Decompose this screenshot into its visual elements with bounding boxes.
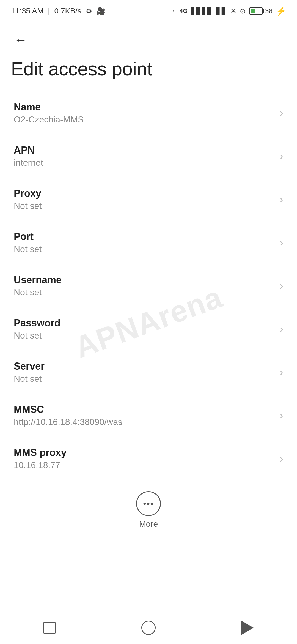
settings-item-password-label: Password bbox=[14, 317, 274, 329]
settings-item-server[interactable]: Server Not set › bbox=[0, 351, 297, 394]
settings-item-mmsc-content: MMSC http://10.16.18.4:38090/was bbox=[14, 404, 274, 427]
settings-item-proxy-value: Not set bbox=[14, 201, 274, 211]
settings-item-proxy-chevron: › bbox=[280, 193, 283, 206]
settings-item-username-content: Username Not set bbox=[14, 274, 274, 298]
settings-item-mms-proxy-value: 10.16.18.77 bbox=[14, 460, 274, 470]
settings-item-name-value: O2-Czechia-MMS bbox=[14, 114, 274, 125]
settings-item-mmsc-chevron: › bbox=[280, 409, 283, 422]
settings-item-server-chevron: › bbox=[280, 366, 283, 378]
nav-home-button[interactable] bbox=[132, 617, 165, 639]
settings-item-port-value: Not set bbox=[14, 244, 274, 254]
bluetooth-icon: ⌖ bbox=[172, 7, 176, 15]
more-dots-icon: ••• bbox=[143, 499, 154, 508]
settings-item-mms-proxy[interactable]: MMS proxy 10.16.18.77 › bbox=[0, 437, 297, 480]
signal-bars2-icon: ▋▋ bbox=[216, 7, 227, 15]
page-title: Edit access point bbox=[0, 52, 297, 91]
back-arrow-icon: ← bbox=[14, 33, 27, 47]
signal-4g-icon: 4G bbox=[180, 7, 188, 15]
settings-item-username[interactable]: Username Not set › bbox=[0, 264, 297, 307]
settings-item-username-chevron: › bbox=[280, 280, 283, 292]
settings-item-apn[interactable]: APN internet › bbox=[0, 135, 297, 178]
nav-back-icon bbox=[241, 621, 254, 635]
settings-item-mmsc[interactable]: MMSC http://10.16.18.4:38090/was › bbox=[0, 394, 297, 437]
settings-item-mms-proxy-content: MMS proxy 10.16.18.77 bbox=[14, 447, 274, 470]
header: ← bbox=[0, 22, 297, 52]
signal-bars-icon: ▋▋▋▋ bbox=[191, 7, 213, 15]
time-display: 11:35 AM bbox=[11, 7, 43, 15]
nav-back-button[interactable] bbox=[231, 617, 264, 639]
status-left: 11:35 AM | 0.7KB/s ⚙ 🎥 bbox=[11, 7, 105, 15]
settings-list: Name O2-Czechia-MMS › APN internet › Pro… bbox=[0, 91, 297, 480]
settings-item-proxy-label: Proxy bbox=[14, 188, 274, 199]
settings-item-mmsc-label: MMSC bbox=[14, 404, 274, 415]
settings-item-proxy-content: Proxy Not set bbox=[14, 188, 274, 211]
settings-item-apn-label: APN bbox=[14, 144, 274, 156]
settings-item-mmsc-value: http://10.16.18.4:38090/was bbox=[14, 417, 274, 427]
settings-item-mms-proxy-label: MMS proxy bbox=[14, 447, 274, 459]
settings-item-port-chevron: › bbox=[280, 236, 283, 249]
settings-item-server-label: Server bbox=[14, 361, 274, 372]
settings-item-apn-value: internet bbox=[14, 158, 274, 168]
settings-item-name[interactable]: Name O2-Czechia-MMS › bbox=[0, 91, 297, 135]
battery-indicator: 38 bbox=[249, 7, 273, 15]
battery-percent: 38 bbox=[265, 7, 273, 15]
speed-display: 0.7KB/s bbox=[54, 7, 81, 15]
status-bar: 11:35 AM | 0.7KB/s ⚙ 🎥 ⌖ 4G ▋▋▋▋ ▋▋ ✕ ⊙ … bbox=[0, 0, 297, 22]
more-button[interactable]: ••• bbox=[136, 491, 161, 516]
pipe-separator: | bbox=[48, 7, 50, 15]
charging-icon: ⚡ bbox=[276, 6, 286, 16]
more-label: More bbox=[139, 519, 158, 529]
settings-item-password-value: Not set bbox=[14, 331, 274, 341]
more-section: ••• More bbox=[0, 480, 297, 537]
camera-icon: 🎥 bbox=[97, 7, 105, 15]
settings-item-apn-chevron: › bbox=[280, 150, 283, 162]
settings-icon: ⚙ bbox=[86, 7, 92, 15]
wifi-icon: ⊙ bbox=[240, 7, 246, 15]
settings-item-password-content: Password Not set bbox=[14, 317, 274, 341]
settings-item-password[interactable]: Password Not set › bbox=[0, 307, 297, 351]
no-signal-icon: ✕ bbox=[230, 7, 237, 15]
status-right: ⌖ 4G ▋▋▋▋ ▋▋ ✕ ⊙ 38 ⚡ bbox=[172, 6, 286, 16]
back-button[interactable]: ← bbox=[11, 30, 30, 50]
settings-item-port[interactable]: Port Not set › bbox=[0, 221, 297, 264]
settings-item-port-content: Port Not set bbox=[14, 231, 274, 254]
settings-item-name-content: Name O2-Czechia-MMS bbox=[14, 101, 274, 125]
settings-item-proxy[interactable]: Proxy Not set › bbox=[0, 178, 297, 221]
settings-item-server-value: Not set bbox=[14, 374, 274, 384]
nav-home-icon bbox=[141, 621, 156, 635]
nav-bar bbox=[0, 611, 297, 644]
settings-item-name-chevron: › bbox=[280, 107, 283, 119]
nav-recents-icon bbox=[43, 622, 56, 634]
settings-item-name-label: Name bbox=[14, 101, 274, 113]
settings-item-apn-content: APN internet bbox=[14, 144, 274, 168]
settings-item-server-content: Server Not set bbox=[14, 361, 274, 384]
settings-item-username-value: Not set bbox=[14, 287, 274, 298]
battery-box bbox=[249, 7, 263, 15]
settings-item-password-chevron: › bbox=[280, 323, 283, 335]
settings-item-mms-proxy-chevron: › bbox=[280, 452, 283, 465]
settings-item-username-label: Username bbox=[14, 274, 274, 286]
battery-fill bbox=[251, 9, 255, 13]
settings-item-port-label: Port bbox=[14, 231, 274, 242]
content-area: Name O2-Czechia-MMS › APN internet › Pro… bbox=[0, 91, 297, 575]
nav-recents-button[interactable] bbox=[33, 617, 66, 639]
